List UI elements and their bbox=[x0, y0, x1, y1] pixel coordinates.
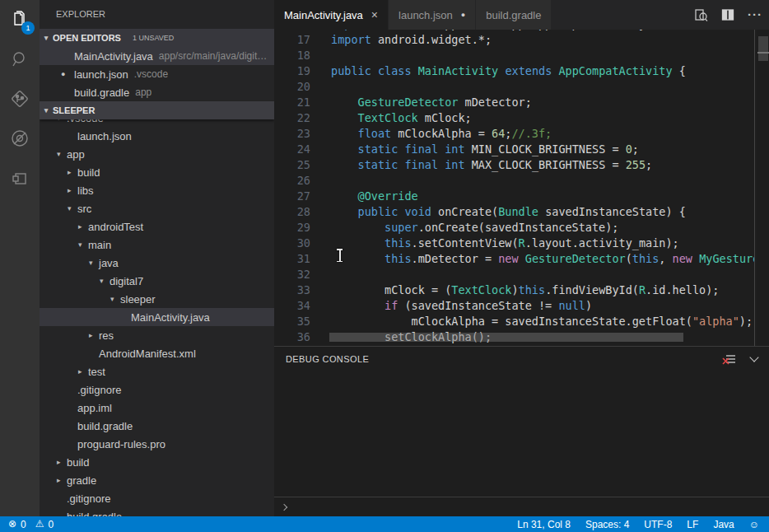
tree-item[interactable]: ▾app bbox=[40, 145, 274, 163]
line-number[interactable]: 19 bbox=[274, 63, 310, 79]
code-line[interactable]: 20 bbox=[274, 79, 755, 95]
tree-item[interactable]: build.gradle bbox=[40, 507, 274, 516]
line-number[interactable]: 36 bbox=[274, 329, 310, 345]
close-panel-chevron-icon[interactable] bbox=[751, 357, 757, 361]
line-number[interactable]: 32 bbox=[274, 267, 310, 282]
code-line[interactable]: 30 this.setContentView(R.layout.activity… bbox=[274, 236, 755, 251]
status-cursor-position[interactable]: Ln 31, Col 8 bbox=[517, 519, 571, 530]
tree-item[interactable]: AndroidManifest.xml bbox=[40, 344, 274, 362]
debug-console-input[interactable] bbox=[274, 497, 769, 516]
line-number[interactable]: 34 bbox=[274, 298, 310, 314]
code-line[interactable]: 24 static final int MIN_CLOCK_BRIGHTNESS… bbox=[274, 142, 755, 157]
tree-item[interactable]: ▾java bbox=[40, 254, 274, 272]
line-number[interactable]: 27 bbox=[274, 189, 310, 204]
tab-launch-json[interactable]: launch.json● bbox=[389, 0, 476, 30]
debug-icon[interactable] bbox=[0, 119, 40, 158]
tree-item[interactable]: proguard-rules.pro bbox=[40, 435, 274, 453]
open-editor-name: build.gradle bbox=[74, 86, 129, 99]
token: onCreate( bbox=[431, 205, 498, 218]
horizontal-scrollbar-thumb[interactable] bbox=[329, 333, 683, 342]
code-line[interactable]: 23 float mClockAlpha = 64;//.3f; bbox=[274, 126, 755, 142]
tree-item[interactable]: ▾src bbox=[40, 199, 274, 217]
code-line[interactable]: 31 this.mDetector = new GestureDetector(… bbox=[274, 251, 755, 267]
status-indentation[interactable]: Spaces: 4 bbox=[585, 519, 629, 530]
code-line[interactable]: 26 bbox=[274, 173, 755, 189]
tab-close-icon[interactable]: × bbox=[371, 8, 378, 21]
line-number[interactable]: 21 bbox=[274, 95, 310, 110]
code-line[interactable]: 21 GestureDetector mDetector; bbox=[274, 95, 755, 110]
token bbox=[438, 158, 445, 171]
problems-status[interactable]: ⊗ 0 ⚠ 0 bbox=[0, 516, 58, 532]
line-number[interactable]: 17 bbox=[274, 32, 310, 48]
code-line[interactable]: 19public class MainActivity extends AppC… bbox=[274, 63, 755, 79]
split-editor-icon[interactable] bbox=[721, 8, 734, 21]
search-icon[interactable] bbox=[0, 40, 40, 79]
code-line[interactable]: 33 mClock = (TextClock)this.findViewById… bbox=[274, 282, 755, 298]
project-section-header[interactable]: ▾ SLEEPER bbox=[40, 101, 274, 119]
tree-item[interactable]: build.gradle bbox=[40, 417, 274, 435]
tree-item[interactable]: ▸libs bbox=[40, 181, 274, 199]
line-number[interactable]: 25 bbox=[274, 157, 310, 173]
tree-item[interactable]: launch.json bbox=[40, 127, 274, 145]
code-line[interactable]: 32 bbox=[274, 267, 755, 282]
code-line[interactable]: 28 public void onCreate(Bundle savedInst… bbox=[274, 204, 755, 220]
line-number[interactable]: 35 bbox=[274, 314, 310, 329]
code-line[interactable]: 29 super.onCreate(savedInstanceState); bbox=[274, 220, 755, 236]
tree-item[interactable]: ▸test bbox=[40, 362, 274, 380]
line-number[interactable]: 23 bbox=[274, 126, 310, 142]
line-number[interactable]: 30 bbox=[274, 236, 310, 251]
source-control-icon[interactable] bbox=[0, 79, 40, 119]
open-editor-item[interactable]: MainActivity.javaapp/src/main/java/digit… bbox=[40, 47, 274, 65]
token: R bbox=[639, 283, 645, 296]
vertical-scrollbar[interactable] bbox=[757, 30, 769, 346]
twisty-closed-icon: ▸ bbox=[78, 367, 88, 376]
tree-item[interactable]: ▾sleeper bbox=[40, 290, 274, 308]
code-line[interactable]: 25 static final int MAX_CLOCK_BRIGHTNESS… bbox=[274, 157, 755, 173]
tree-item[interactable]: MainActivity.java bbox=[40, 308, 274, 326]
feedback-smiley-icon[interactable]: ☺ bbox=[749, 519, 759, 530]
open-editor-item[interactable]: ●launch.json.vscode bbox=[40, 65, 274, 83]
status-encoding[interactable]: UTF-8 bbox=[644, 519, 672, 530]
line-number[interactable]: 26 bbox=[274, 173, 310, 189]
code-editor[interactable]: 16import android.support.v7.app.AppCompa… bbox=[274, 30, 769, 346]
tree-item[interactable]: ▸build bbox=[40, 163, 274, 181]
more-actions-icon[interactable]: ··· bbox=[748, 11, 762, 19]
tab-build-gradle[interactable]: build.gradle bbox=[476, 0, 552, 30]
line-number[interactable]: 33 bbox=[274, 282, 310, 298]
tree-item[interactable]: ▾digital7 bbox=[40, 272, 274, 290]
status-language-mode[interactable]: Java bbox=[713, 519, 734, 530]
code-line[interactable]: 27 @Override bbox=[274, 189, 755, 204]
line-number[interactable]: 20 bbox=[274, 79, 310, 95]
line-number[interactable]: 22 bbox=[274, 110, 310, 126]
line-number[interactable]: 31 bbox=[274, 251, 310, 267]
tree-item[interactable]: ▸build bbox=[40, 453, 274, 471]
code-line[interactable]: 18 bbox=[274, 48, 755, 63]
status-eol[interactable]: LF bbox=[687, 519, 698, 530]
line-number[interactable]: 24 bbox=[274, 142, 310, 157]
clear-console-icon[interactable] bbox=[722, 353, 736, 366]
open-editors-header[interactable]: ▾ OPEN EDITORS 1 UNSAVED bbox=[40, 29, 274, 47]
line-number[interactable]: 29 bbox=[274, 220, 310, 236]
tab-mainactivity-java[interactable]: MainActivity.java× bbox=[274, 0, 389, 30]
search-file-icon[interactable] bbox=[694, 8, 708, 22]
tree-item[interactable]: app.iml bbox=[40, 399, 274, 417]
tree-item[interactable]: ▸gradle bbox=[40, 471, 274, 489]
code-line[interactable]: 22 TextClock mClock; bbox=[274, 110, 755, 126]
open-editor-item[interactable]: build.gradleapp bbox=[40, 83, 274, 101]
tree-item[interactable]: ▾.vscode bbox=[40, 119, 274, 127]
code-text: this.mDetector = new GestureDetector(thi… bbox=[331, 251, 755, 267]
line-number[interactable]: 18 bbox=[274, 48, 310, 63]
code-line[interactable]: 34 if (savedInstanceState != null) bbox=[274, 298, 755, 314]
explorer-icon[interactable]: 1 bbox=[0, 0, 40, 40]
tree-item[interactable]: .gitignore bbox=[40, 489, 274, 507]
code-line[interactable]: 17import android.widget.*; bbox=[274, 32, 755, 48]
tree-item[interactable]: ▸res bbox=[40, 326, 274, 344]
tree-item[interactable]: ▾main bbox=[40, 236, 274, 254]
tree-item[interactable]: ▸androidTest bbox=[40, 217, 274, 236]
code-line[interactable]: 35 mClockAlpha = savedInstanceState.getF… bbox=[274, 314, 755, 329]
line-number[interactable]: 28 bbox=[274, 204, 310, 220]
extensions-icon[interactable] bbox=[0, 158, 40, 198]
tree-item[interactable]: .gitignore bbox=[40, 380, 274, 399]
vertical-scrollbar-thumb[interactable] bbox=[758, 36, 768, 61]
panel-title[interactable]: DEBUG CONSOLE bbox=[286, 354, 369, 364]
